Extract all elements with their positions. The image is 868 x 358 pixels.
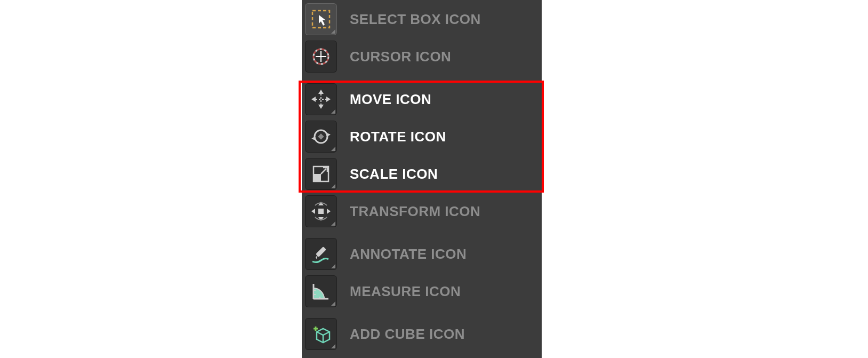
cursor-tool-button[interactable] [305,41,337,73]
tool-label: ANNOTATE ICON [350,246,467,262]
dropdown-indicator-icon [331,344,335,348]
annotate-tool-button[interactable] [305,238,337,270]
tool-label: SCALE ICON [350,166,438,182]
svg-marker-7 [318,105,324,109]
tool-label: ROTATE ICON [350,129,446,145]
svg-marker-22 [327,209,331,214]
dropdown-indicator-icon [331,184,335,188]
dropdown-indicator-icon [331,147,335,151]
rotate-icon [309,125,333,148]
svg-rect-18 [318,209,324,214]
select-box-icon [309,7,333,31]
select-box-tool-button[interactable] [305,3,337,35]
transform-icon [309,200,333,223]
tool-label: MOVE ICON [350,91,431,108]
tool-label: MEASURE ICON [350,283,461,300]
svg-marker-9 [326,97,331,102]
tool-row-add-cube: ADD CUBE ICON [302,316,542,352]
annotate-icon [309,242,333,266]
tool-label: CURSOR ICON [350,49,451,65]
measure-icon [309,280,333,303]
svg-marker-1 [319,15,326,26]
tool-row-transform: TRANSFORM ICON [302,193,542,229]
transform-tool-button[interactable] [305,195,337,227]
svg-marker-8 [311,97,316,102]
move-icon [309,87,333,111]
svg-marker-12 [325,132,331,137]
move-tool-button[interactable] [305,83,337,115]
tool-panel: SELECT BOX ICON CURSOR ICON [302,0,542,358]
dropdown-indicator-icon [331,109,335,114]
scale-icon [309,162,333,186]
rotate-tool-button[interactable] [305,121,337,153]
add-cube-icon [309,322,333,346]
add-cube-tool-button[interactable] [305,318,337,350]
tool-label: SELECT BOX ICON [350,11,481,28]
cursor-icon [309,45,333,68]
dropdown-indicator-icon [331,264,335,268]
svg-rect-14 [318,133,324,139]
tool-row-move: MOVE ICON [302,81,542,117]
dropdown-indicator-icon [331,221,335,226]
tool-row-cursor: CURSOR ICON [302,38,542,75]
tool-row-measure: MEASURE ICON [302,273,542,309]
tool-row-select-box: SELECT BOX ICON [302,1,542,37]
dropdown-indicator-icon [331,301,335,306]
svg-marker-13 [311,137,317,141]
tool-row-annotate: ANNOTATE ICON [302,236,542,272]
measure-tool-button[interactable] [305,275,337,307]
tool-row-scale: SCALE ICON [302,156,542,192]
tool-label: ADD CUBE ICON [350,326,465,343]
svg-marker-24 [316,255,318,259]
svg-rect-16 [314,174,321,181]
svg-line-17 [321,169,326,174]
tool-row-rotate: ROTATE ICON [302,118,542,155]
scale-tool-button[interactable] [305,158,337,190]
svg-marker-21 [311,209,315,214]
svg-marker-6 [318,90,324,94]
dropdown-indicator-icon [331,29,335,34]
tool-label: TRANSFORM ICON [350,203,480,220]
